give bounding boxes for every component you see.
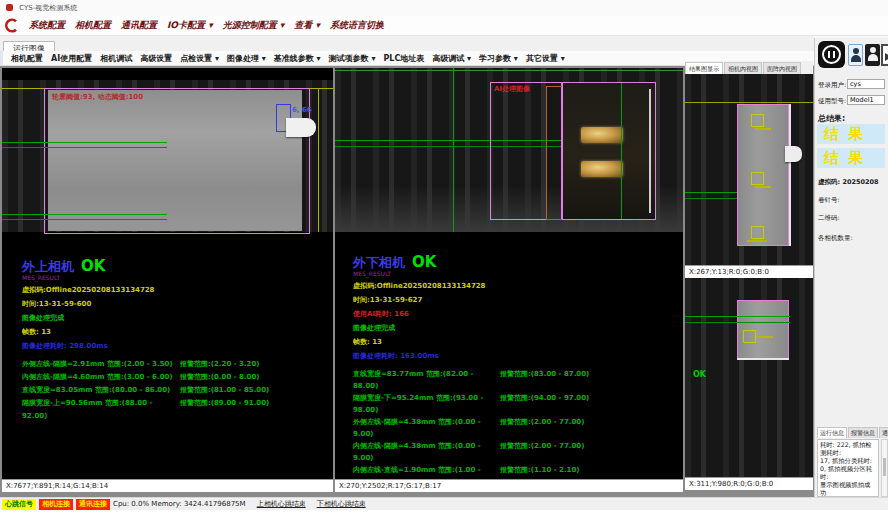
tool-ai-usage-config[interactable]: AI使用配置 [51, 53, 92, 64]
tool-camera-config[interactable]: 相机配置 [11, 53, 43, 64]
barcode-line: 虚拟码:Offline20250208133134728 [22, 285, 327, 295]
measurement-row: 内侧左线-隔膜=4.38mm 范围:(0.00 - 9.00) 报警范围:(2.… [353, 440, 677, 464]
cell-region [48, 90, 302, 231]
ai-overlay-label: AI处理图像 [494, 84, 530, 94]
exit-button[interactable] [881, 44, 888, 66]
operator-icon [870, 47, 876, 53]
preview-image-1[interactable] [685, 74, 813, 265]
measurement-row: 直线宽度=83.05mm 范围:(80.00 - 86.00) 报警范围:(81… [22, 384, 327, 397]
measurement-text: 隔膜宽度-下=95.24mm 范围:(93.00 - 98.00) [353, 392, 500, 416]
measure-green-line [685, 198, 737, 199]
measurement-text: 直线宽度=83.77mm 范围:(82.00 - 88.00) [353, 368, 500, 392]
menu-item-comm-config[interactable]: 通讯配置 [121, 19, 157, 32]
tool-learning-params[interactable]: 学习参数 ▾ [479, 53, 518, 64]
tab-photo-region [562, 82, 656, 220]
user-button[interactable] [848, 44, 863, 66]
login-user-label: 登录用户: [818, 81, 846, 90]
info-tab-run[interactable]: 运行信息 [817, 427, 847, 438]
process-done-line: 图像处理完成 [353, 323, 677, 333]
alarm-range-text: 报警范围:(89.00 - 91.00) [180, 397, 269, 423]
lower-camera-heartbeat-link[interactable]: 下相机心跳结束 [317, 499, 366, 509]
menu-item-language-switch[interactable]: 系统语言切换 [330, 19, 384, 32]
baseline-green-line [335, 70, 683, 71]
camera-connection-badge: 相机连接 [39, 499, 73, 510]
model-field[interactable] [847, 95, 885, 105]
time-line: 时间:13-31-59-600 [22, 299, 327, 309]
pixel-coords-upper: X:7677;Y:891;R:14;G:14;B:14 [2, 479, 333, 492]
elapsed-line: 图像处理耗时: 163.00ms [353, 351, 677, 361]
barcode-label: 虚拟码: 20250208 [818, 178, 879, 187]
alarm-range-text: 报警范围:(2.00 - 77.00) [500, 440, 584, 464]
qr-code-label: 二维码: [818, 214, 840, 223]
preview-tab-area-view[interactable]: 面阵内视图 [763, 62, 801, 74]
app-logo-icon [4, 18, 19, 33]
measure-green-line [685, 192, 737, 193]
info-tab-strip: 运行信息 报警信息 通讯信息 [817, 427, 888, 438]
tab-strip: 运行图像 [0, 36, 814, 52]
barcode-value: 20250208 [842, 178, 878, 186]
process-done-line: 图像处理完成 [22, 313, 327, 323]
info-tab-alarm[interactable]: 报警信息 [848, 427, 878, 438]
camera-view-lower[interactable]: AI处理图像 外下相机 OK MES_RESULT 虚拟码:Offline202… [335, 68, 683, 492]
tool-spotcheck-settings[interactable]: 点检设置 ▾ [180, 53, 219, 64]
frame-count-line: 帧数: 13 [353, 337, 677, 347]
camera-image-upper[interactable]: 轮廓阈值:93, 动态阈值:100 6, 66 [2, 80, 333, 232]
tool-camera-debug[interactable]: 相机调试 [100, 53, 132, 64]
barcode-line: 虚拟码:Offline20250208133134728 [353, 281, 677, 291]
preview-view-1[interactable]: X:267;Y:13;R:0;G:0;B:0 [685, 74, 813, 278]
inspect-box [743, 330, 756, 343]
result-display-2: 结果 [817, 148, 885, 168]
tool-advanced-debug[interactable]: 高级调试 ▾ [432, 53, 471, 64]
menu-item-camera-config[interactable]: 相机配置 [75, 19, 111, 32]
preview-tab-strip: 结果图显示 相机内视图 面阵内视图 [685, 61, 813, 74]
preview-tab-camera-view[interactable]: 相机内视图 [724, 62, 762, 74]
tool-test-params[interactable]: 测试项参数 ▾ [329, 53, 376, 64]
menu-item-view[interactable]: 查看 ▾ [294, 19, 320, 32]
operator-button[interactable] [865, 44, 880, 66]
inspect-mark [755, 128, 771, 130]
measurement-row: 外侧左线-隔膜=2.91mm 范围:(2.00 - 3.50) 报警范围:(2.… [22, 358, 327, 371]
measurement-row: 内侧左线-隔膜=4.60mm 范围:(3.00 - 6.00) 报警范围:(0.… [22, 371, 327, 384]
log-scrollbar[interactable] [881, 439, 888, 497]
measurement-row: 外侧左线-隔膜=4.38mm 范围:(0.00 - 9.00) 报警范围:(2.… [353, 416, 677, 440]
window-title: CYS-视觉检测系统 [19, 4, 77, 12]
login-user-field[interactable] [847, 79, 885, 89]
measurement-list: 直线宽度=83.77mm 范围:(82.00 - 88.00) 报警范围:(83… [353, 368, 677, 492]
tool-other-settings[interactable]: 其它设置 ▾ [526, 53, 565, 64]
measurement-text: 内侧左线-隔膜=4.38mm 范围:(0.00 - 9.00) [353, 440, 500, 464]
menu-item-light-config[interactable]: 光源控制配置 ▾ [223, 19, 285, 32]
window-bottom-margin [0, 510, 888, 522]
menu-item-system-config[interactable]: 系统配置 [29, 19, 65, 32]
camera-view-upper[interactable]: 轮廓阈值:93, 动态阈值:100 6, 66 外上相机 OK MES_RESU… [2, 68, 333, 492]
measurement-text: 外侧左线-隔膜=4.38mm 范围:(0.00 - 9.00) [353, 416, 500, 440]
upper-camera-heartbeat-link[interactable]: 上相机心跳结束 [257, 499, 306, 509]
pixel-coords-lower: X:270;Y:2502;R:17;G:17;B:17 [335, 479, 683, 492]
tool-baseline-params[interactable]: 基准线参数 ▾ [274, 53, 321, 64]
menu-item-io-config[interactable]: IO卡配置 ▾ [167, 19, 213, 32]
measurement-list: 外侧左线-隔膜=2.91mm 范围:(2.00 - 3.50) 报警范围:(2.… [22, 358, 327, 423]
measure-green-line [685, 316, 790, 317]
tab-gold-blob [581, 127, 623, 143]
measure-green-line [2, 214, 167, 215]
pause-button[interactable] [818, 41, 845, 68]
camera-image-lower[interactable]: AI处理图像 [335, 68, 683, 232]
total-result-label: 总结果: [818, 113, 845, 124]
bright-edge [737, 358, 789, 360]
tool-image-processing[interactable]: 图像处理 ▾ [227, 53, 266, 64]
preview-tab-result[interactable]: 结果图显示 [685, 62, 723, 74]
title-bar: CYS-视觉检测系统 [0, 0, 888, 17]
cpu-memory-readout: Cpu: 0.0% Memory: 3424.41796875M [113, 500, 246, 508]
tool-plc-address-table[interactable]: PLC地址表 [383, 53, 424, 64]
measurement-text: 直线宽度=83.05mm 范围:(80.00 - 86.00) [22, 384, 180, 397]
model-label: 使用型号: [818, 97, 846, 106]
result-text-lower: 外下相机 OK MES_RESULT 虚拟码:Offline2025020813… [353, 252, 677, 492]
log-scrollbar-thumb[interactable] [883, 458, 886, 476]
preview-image-2[interactable]: OK [685, 278, 813, 477]
tool-advanced-settings[interactable]: 高级设置 [140, 53, 172, 64]
frame-count-line: 帧数: 13 [22, 327, 327, 337]
ai-elapsed-line: 使用AI耗时: 166 [353, 309, 677, 319]
measure-green-line [2, 219, 167, 220]
info-tab-comm[interactable]: 通讯信息 [879, 427, 888, 438]
measure-green-line [2, 147, 167, 148]
preview-view-2[interactable]: OK X:311;Y:980;R:0;G:0;B:0 [685, 278, 813, 490]
